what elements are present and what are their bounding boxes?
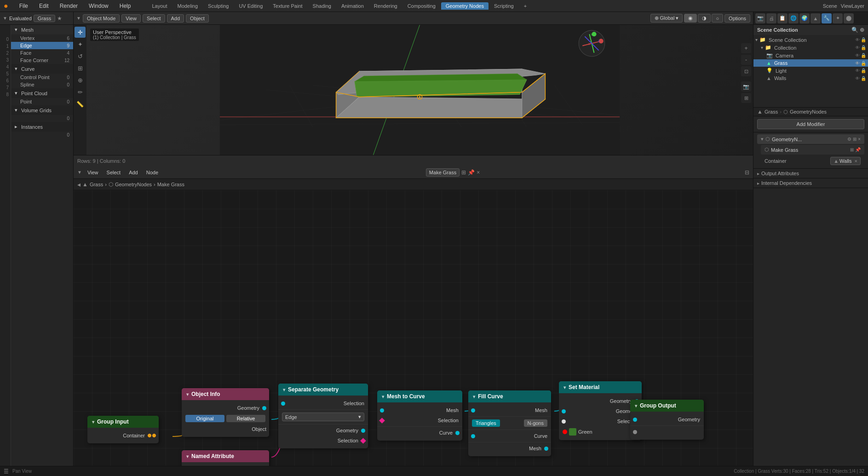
cursor-tool[interactable]: ✛	[75, 27, 86, 38]
object-info-collapse[interactable]: ▾	[186, 392, 189, 397]
node-group-output[interactable]: ▾ Group Output Geometry	[630, 400, 704, 440]
spline-item[interactable]: Spline0	[11, 81, 73, 88]
node-fill-curve[interactable]: ▾ Fill Curve Mesh Triangles N-gons	[468, 390, 551, 456]
global-transform[interactable]: ⊕ Global ▾	[650, 14, 683, 23]
scene-properties-icon[interactable]: 🌐	[788, 13, 799, 23]
container-close-btn[interactable]: ×	[855, 158, 857, 164]
set-mat-collapse[interactable]: ▾	[563, 385, 566, 390]
tab-texture-paint[interactable]: Texture Paint	[268, 2, 307, 10]
scene-collection-item[interactable]: ▾ 📁 Scene Collection 👁 🔒	[753, 36, 868, 44]
node-select-menu[interactable]: Select	[104, 169, 124, 176]
volume-grids-section-header[interactable]: ▾Volume Grids	[11, 105, 73, 115]
transform-tool[interactable]: ⊕	[75, 75, 86, 86]
filter-icon[interactable]: 🔍	[851, 27, 858, 33]
group-input-collapse[interactable]: ▾	[92, 419, 94, 424]
tab-add[interactable]: +	[519, 2, 531, 10]
object-properties-icon[interactable]: ▲	[811, 13, 821, 23]
node-canvas[interactable]: ▾ Group Input Container ▾	[74, 190, 753, 476]
add-menu[interactable]: Add	[167, 14, 184, 23]
edge-item[interactable]: Edge9	[11, 42, 73, 49]
toggle-ortho-btn[interactable]: ⊞	[741, 93, 751, 103]
geo-type-dropdown[interactable]: Edge▾	[282, 413, 364, 421]
output-attributes-header[interactable]: ▸ Output Attributes	[757, 171, 864, 176]
tab-scripting[interactable]: Scripting	[489, 2, 518, 10]
volume-grids-item[interactable]: 0	[11, 115, 73, 122]
menu-help[interactable]: Help	[118, 2, 133, 10]
node-separate-geometry[interactable]: ▾ Separate Geometry Selection Edge▾	[278, 384, 368, 448]
mode-dropdown[interactable]: Object Mode	[83, 14, 120, 23]
internal-deps-header[interactable]: ▸ Internal Dependencies	[757, 180, 864, 186]
fill-curve-collapse[interactable]: ▾	[473, 394, 475, 399]
viewport-shading-rendered[interactable]: ○	[712, 14, 723, 23]
pin-icon[interactable]: 📌	[468, 169, 475, 176]
node-group-selector[interactable]: Make Grass	[426, 168, 460, 177]
sep-geo-collapse[interactable]: ▾	[283, 387, 285, 392]
rp-breadcrumb-geonodes[interactable]: GeometryNodes	[790, 109, 827, 115]
point-cloud-section-header[interactable]: ▾Point Cloud	[11, 88, 73, 98]
breadcrumb-grass[interactable]: Grass	[90, 182, 103, 187]
options-btn[interactable]: Options	[724, 14, 750, 23]
object-menu[interactable]: Object	[186, 14, 209, 23]
measure-tool[interactable]: 📏	[75, 98, 86, 109]
render-properties-icon[interactable]: 📷	[755, 13, 765, 23]
face-corner-item[interactable]: Face Corner12	[11, 57, 73, 64]
breadcrumb-geometry-nodes[interactable]: GeometryNodes	[115, 182, 152, 187]
add-modifier-btn[interactable]: Add Modifier	[757, 119, 864, 129]
modifier-properties-icon[interactable]: 🔧	[822, 13, 832, 23]
viewport-shading-solid[interactable]: ◉	[684, 14, 697, 23]
viewport-shading-material[interactable]: ◑	[698, 14, 711, 23]
node-node-menu[interactable]: Node	[144, 169, 161, 176]
breadcrumb-make-grass[interactable]: Make Grass	[157, 182, 184, 187]
point-item[interactable]: Point0	[11, 98, 73, 105]
menu-file[interactable]: File	[17, 2, 30, 10]
tab-rendering[interactable]: Rendering	[369, 2, 402, 10]
relative-btn[interactable]: Relative	[226, 415, 265, 422]
tab-sculpting[interactable]: Sculpting	[203, 2, 233, 10]
tab-shading[interactable]: Shading	[308, 2, 336, 10]
toggle-camera-btn[interactable]: 📷	[741, 81, 751, 92]
submod-pin-icon[interactable]: 📌	[855, 147, 861, 152]
view-layer-properties-icon[interactable]: 📋	[777, 13, 788, 23]
view-menu[interactable]: View	[121, 14, 141, 23]
zoom-fit-btn[interactable]: ⊡	[741, 66, 751, 76]
scale-tool[interactable]: ⊞	[75, 63, 86, 74]
node-set-material[interactable]: ▾ Set Material Geometry Geometry	[559, 381, 642, 440]
collection-item[interactable]: ▾ 📁 Collection 👁 🔒	[753, 44, 868, 52]
select-menu[interactable]: Select	[143, 14, 165, 23]
menu-edit[interactable]: Edit	[37, 2, 51, 10]
node-group-input[interactable]: ▾ Group Input Container	[87, 416, 159, 443]
group-out-collapse[interactable]: ▾	[635, 403, 637, 408]
output-properties-icon[interactable]: 🖨	[766, 13, 776, 23]
material-properties-icon[interactable]: ⬤	[844, 13, 854, 23]
mod-settings-icon[interactable]: ⚙	[847, 137, 851, 142]
instances-item[interactable]: 0	[11, 132, 73, 138]
original-btn[interactable]: Original	[185, 415, 224, 422]
rotate-tool[interactable]: ↺	[75, 51, 86, 62]
ngons-btn[interactable]: N-gons	[524, 419, 547, 427]
face-item[interactable]: Face4	[11, 49, 73, 57]
curve-section-header[interactable]: ▾Curve	[11, 64, 73, 74]
vertex-item[interactable]: Vertex6	[11, 34, 73, 42]
breadcrumb-back-icon[interactable]: ◂	[77, 181, 80, 188]
menu-window[interactable]: Window	[87, 2, 110, 10]
light-item[interactable]: 💡 Light 👁 🔒	[753, 67, 868, 75]
control-point-item[interactable]: Control Point0	[11, 74, 73, 81]
tab-uv-editing[interactable]: UV Editing	[234, 2, 267, 10]
rp-breadcrumb-grass[interactable]: Grass	[765, 109, 778, 115]
world-properties-icon[interactable]: 🌍	[799, 13, 810, 23]
menu-render[interactable]: Render	[58, 2, 80, 10]
walls-item[interactable]: ▲ Walls 👁 🔒	[753, 75, 868, 82]
instances-section-header[interactable]: ▸Instances	[11, 122, 73, 132]
triangles-btn[interactable]: Triangles	[472, 419, 500, 427]
move-tool[interactable]: ✦	[75, 39, 86, 50]
add-collection-icon[interactable]: ⊕	[860, 27, 864, 33]
annotate-tool[interactable]: ✏	[75, 86, 86, 97]
particles-properties-icon[interactable]: ✦	[833, 13, 843, 23]
node-add-menu[interactable]: Add	[126, 169, 141, 176]
node-mesh-to-curve[interactable]: ▾ Mesh to Curve Mesh Selection	[377, 390, 462, 441]
mesh-curve-collapse[interactable]: ▾	[382, 394, 384, 399]
named-attr-collapse[interactable]: ▾	[186, 454, 189, 459]
node-object-info[interactable]: ▾ Object Info Geometry Original Relative	[182, 388, 269, 437]
submod-copy-icon[interactable]: ⊞	[850, 147, 854, 152]
node-view-menu[interactable]: View	[85, 169, 101, 176]
